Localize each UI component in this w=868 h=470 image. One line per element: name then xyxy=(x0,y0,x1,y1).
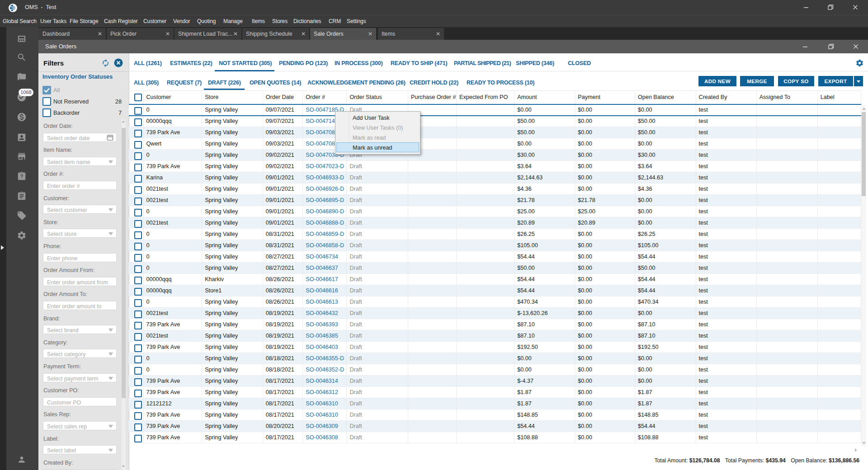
svg-text:?: ? xyxy=(20,174,23,179)
